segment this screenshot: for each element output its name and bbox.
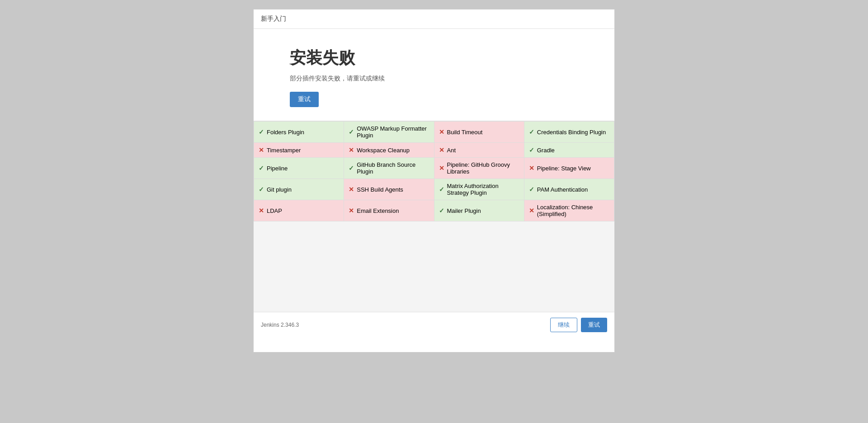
x-icon: ✕ xyxy=(349,146,354,154)
check-icon: ✓ xyxy=(259,128,264,136)
check-icon: ✓ xyxy=(259,186,264,193)
plugin-cell: ✓OWASP Markup Formatter Plugin xyxy=(344,122,434,143)
bottom-spacer xyxy=(254,221,614,312)
plugin-name: Pipeline: GitHub Groovy Libraries xyxy=(447,161,519,175)
plugin-name: LDAP xyxy=(267,207,282,214)
x-icon: ✕ xyxy=(349,186,354,193)
plugin-name: Pipeline: Stage View xyxy=(537,165,591,172)
plugin-cell: ✕Workspace Cleanup xyxy=(344,143,434,158)
error-subtitle: 部分插件安装失败，请重试或继续 xyxy=(290,75,578,83)
plugin-name: Localization: Chinese (Simplified) xyxy=(537,204,609,217)
plugin-name: Matrix Authorization Strategy Plugin xyxy=(447,183,519,196)
page-footer: Jenkins 2.346.3 继续 重试 xyxy=(254,312,614,338)
plugin-name: Credentials Binding Plugin xyxy=(537,129,606,136)
x-icon: ✕ xyxy=(529,164,534,172)
check-icon: ✓ xyxy=(529,128,534,136)
x-icon: ✕ xyxy=(439,128,444,136)
check-icon: ✓ xyxy=(439,207,444,214)
content-area: 安装失败 部分插件安装失败，请重试或继续 重试 xyxy=(254,29,614,121)
plugin-name: PAM Authentication xyxy=(537,186,588,193)
check-icon: ✓ xyxy=(259,164,264,172)
check-icon: ✓ xyxy=(349,164,354,172)
plugin-name: Mailer Plugin xyxy=(447,207,481,214)
plugin-name: Ant xyxy=(447,147,456,154)
check-icon: ✓ xyxy=(349,128,354,136)
plugin-cell: ✓Pipeline xyxy=(254,158,344,179)
plugin-name: Build Timeout xyxy=(447,129,483,136)
check-icon: ✓ xyxy=(529,186,534,193)
plugin-cell: ✕Localization: Chinese (Simplified) xyxy=(524,200,614,221)
plugin-cell: ✓Git plugin xyxy=(254,179,344,200)
plugin-cell: ✕Timestamper xyxy=(254,143,344,158)
error-title: 安装失败 xyxy=(290,47,578,69)
retry-button[interactable]: 重试 xyxy=(290,92,319,107)
plugin-name: SSH Build Agents xyxy=(357,186,403,193)
plugin-name: Timestamper xyxy=(267,147,301,154)
x-icon: ✕ xyxy=(259,207,264,214)
check-icon: ✓ xyxy=(529,146,534,154)
plugin-cell: ✓GitHub Branch Source Plugin xyxy=(344,158,434,179)
plugin-cell: ✕Ant xyxy=(434,143,524,158)
version-label: Jenkins 2.346.3 xyxy=(261,322,299,328)
plugin-cell: ✓PAM Authentication xyxy=(524,179,614,200)
plugin-cell: ✓Mailer Plugin xyxy=(434,200,524,221)
plugin-cell: ✓Gradle xyxy=(524,143,614,158)
page-header: 新手入门 xyxy=(254,9,614,29)
x-icon: ✕ xyxy=(439,164,444,172)
plugin-cell: ✕Email Extension xyxy=(344,200,434,221)
x-icon: ✕ xyxy=(259,146,264,154)
plugin-name: Pipeline xyxy=(267,165,288,172)
plugin-name: OWASP Markup Formatter Plugin xyxy=(357,125,429,139)
plugin-cell: ✓Matrix Authorization Strategy Plugin xyxy=(434,179,524,200)
plugin-cell: ✕SSH Build Agents xyxy=(344,179,434,200)
plugin-name: Folders Plugin xyxy=(267,129,304,136)
x-icon: ✕ xyxy=(439,146,444,154)
plugin-cell: ✓Credentials Binding Plugin xyxy=(524,122,614,143)
plugin-cell: ✕Pipeline: Stage View xyxy=(524,158,614,179)
plugin-cell: ✕Pipeline: GitHub Groovy Libraries xyxy=(434,158,524,179)
continue-button[interactable]: 继续 xyxy=(550,318,577,332)
check-icon: ✓ xyxy=(439,186,444,193)
main-window: 新手入门 安装失败 部分插件安装失败，请重试或继续 重试 ✓Folders Pl… xyxy=(253,9,615,352)
footer-buttons: 继续 重试 xyxy=(550,318,607,332)
plugin-name: Email Extension xyxy=(357,207,399,214)
x-icon: ✕ xyxy=(529,207,534,214)
x-icon: ✕ xyxy=(349,207,354,214)
plugin-cell: ✕Build Timeout xyxy=(434,122,524,143)
page-title: 新手入门 xyxy=(261,15,286,22)
plugin-name: Git plugin xyxy=(267,186,292,193)
plugin-name: Workspace Cleanup xyxy=(357,147,410,154)
plugin-name: GitHub Branch Source Plugin xyxy=(357,161,429,175)
plugins-grid: ✓Folders Plugin✓OWASP Markup Formatter P… xyxy=(254,121,614,221)
plugin-name: Gradle xyxy=(537,147,555,154)
plugin-cell: ✓Folders Plugin xyxy=(254,122,344,143)
footer-retry-button[interactable]: 重试 xyxy=(581,318,607,332)
plugin-cell: ✕LDAP xyxy=(254,200,344,221)
